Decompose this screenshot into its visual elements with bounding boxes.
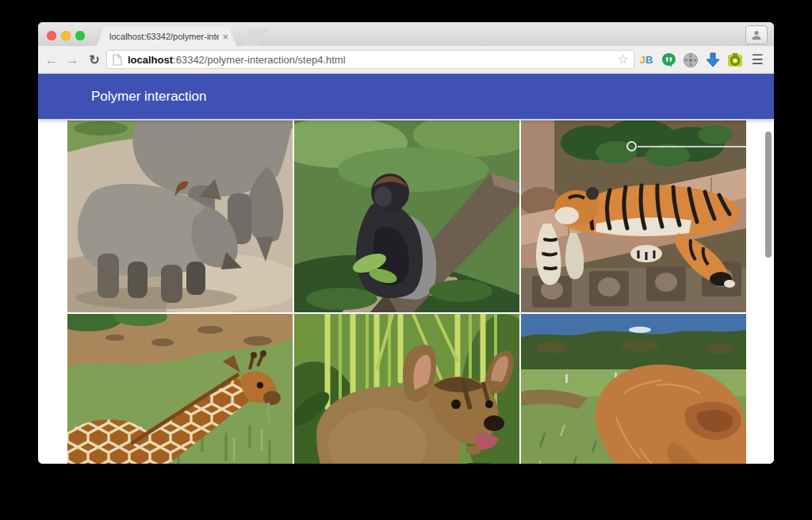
browser-window: localhost:63342/polymer-inte × ← → ↻ loc… bbox=[38, 22, 774, 464]
photo-grid bbox=[67, 120, 746, 464]
tab-title: localhost:63342/polymer-inte bbox=[109, 32, 219, 41]
profile-button[interactable] bbox=[745, 25, 768, 44]
download-extension-icon[interactable] bbox=[704, 52, 722, 68]
gorilla-photo bbox=[294, 120, 519, 312]
url-text: localhost:63342/polymer-interaction/step… bbox=[128, 54, 618, 66]
forward-button[interactable]: → bbox=[62, 46, 82, 74]
url-path: :63342/polymer-interaction/step4.html bbox=[173, 54, 346, 66]
page-title: Polymer interaction bbox=[91, 74, 207, 119]
tab-close-icon[interactable]: × bbox=[222, 32, 228, 42]
close-window-button[interactable] bbox=[47, 31, 56, 40]
page-icon bbox=[113, 54, 122, 66]
hangouts-extension-icon[interactable] bbox=[660, 52, 677, 68]
screenshot-extension-icon[interactable] bbox=[726, 52, 744, 68]
bookmark-star-icon[interactable]: ☆ bbox=[618, 53, 629, 66]
image-size-slider[interactable] bbox=[626, 141, 753, 152]
browser-tab[interactable]: localhost:63342/polymer-inte × bbox=[97, 27, 236, 46]
giraffe-photo bbox=[67, 314, 293, 464]
desktop-background: { "browser": { "tab": { "title": "localh… bbox=[0, 0, 812, 520]
back-button[interactable]: ← bbox=[41, 46, 62, 74]
page-content bbox=[38, 119, 774, 464]
url-host: localhost bbox=[128, 54, 173, 66]
app-toolbar: Polymer interaction bbox=[38, 74, 774, 119]
scrollbar-thumb[interactable] bbox=[765, 132, 772, 258]
navigation-bar: ← → ↻ localhost:63342/polymer-interactio… bbox=[38, 46, 774, 74]
browser-menu-button[interactable]: ☰ bbox=[748, 51, 767, 69]
person-icon bbox=[751, 29, 762, 40]
movie-extension-icon[interactable] bbox=[682, 52, 699, 68]
slider-track bbox=[638, 146, 752, 147]
slider-knob[interactable] bbox=[626, 141, 637, 151]
minimize-window-button[interactable] bbox=[61, 31, 71, 40]
muntjac-deer-photo bbox=[294, 314, 519, 464]
pig-photo bbox=[521, 314, 746, 464]
jetbrains-extension-icon[interactable]: JB bbox=[638, 52, 655, 68]
reload-button[interactable]: ↻ bbox=[84, 46, 105, 74]
zoom-window-button[interactable] bbox=[75, 31, 85, 40]
address-bar[interactable]: localhost:63342/polymer-interaction/step… bbox=[106, 50, 634, 69]
new-tab-button[interactable] bbox=[241, 28, 268, 46]
titlebar: localhost:63342/polymer-inte × bbox=[38, 22, 774, 46]
rhinoceros-photo bbox=[67, 120, 293, 312]
